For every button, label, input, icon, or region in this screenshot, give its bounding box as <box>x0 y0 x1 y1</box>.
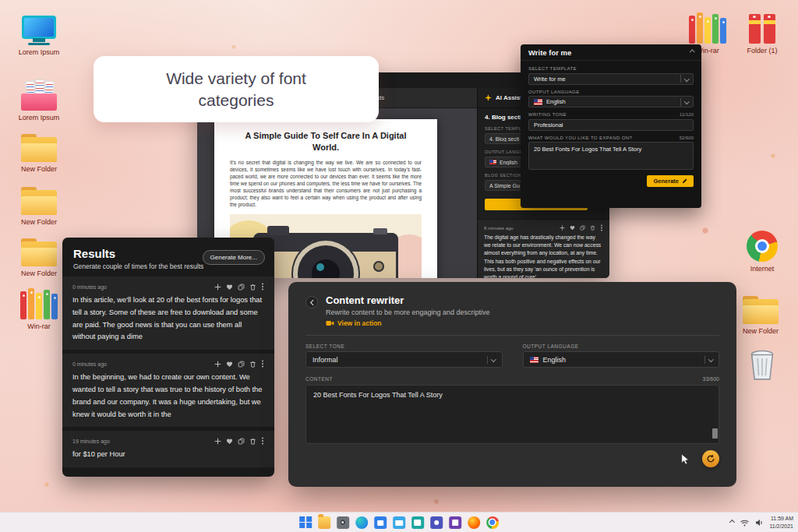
add-icon[interactable] <box>214 438 221 445</box>
wifi-icon[interactable] <box>740 519 750 527</box>
firefox-icon[interactable] <box>468 516 480 529</box>
red-folder-icon <box>745 12 779 44</box>
desktop-icon-label: Lorem Ipsum <box>19 114 60 122</box>
desktop-icon-folder-1[interactable]: Folder (1) <box>737 12 787 55</box>
generate-button[interactable]: Generate <box>647 175 694 187</box>
taskbar-clock[interactable]: 11:59 AM 11/2/2021 <box>769 515 793 529</box>
folder-icon <box>21 134 57 162</box>
language-select[interactable]: English <box>523 351 720 368</box>
rewrite-button[interactable] <box>702 450 719 467</box>
onenote-icon[interactable] <box>449 516 461 529</box>
copy-icon[interactable] <box>238 361 245 368</box>
camera-app-icon[interactable] <box>337 516 349 529</box>
view-in-action-link[interactable]: View in action <box>326 319 490 327</box>
result-timestamp: 0 minutes ago <box>72 284 107 290</box>
teams-icon[interactable] <box>430 516 443 529</box>
chrome-taskbar-icon[interactable] <box>486 516 499 529</box>
us-flag-icon <box>534 99 542 105</box>
write-for-me-panel: Write for me SELECT TEMPLATE Write for m… <box>521 44 701 208</box>
heart-icon[interactable] <box>570 225 575 231</box>
clock-time: 11:59 AM <box>769 515 793 522</box>
more-icon[interactable] <box>600 224 603 231</box>
copy-icon[interactable] <box>580 225 585 231</box>
calendar-icon[interactable] <box>411 516 424 529</box>
desktop: Lorem Ipsum Lorem Ipsum New Folder New F… <box>0 0 798 532</box>
callout-bubble: Wide variety of font categories <box>94 56 379 122</box>
template-select[interactable]: Write for me <box>528 73 694 85</box>
computer-icon <box>22 16 56 45</box>
desktop-icon-new-folder-2[interactable]: New Folder <box>14 187 64 226</box>
winrar-icon <box>20 288 58 319</box>
writing-tone-label: WRITING TONE <box>528 112 567 117</box>
trash-icon[interactable] <box>590 225 595 231</box>
desktop-icon-internet[interactable]: Internet <box>737 231 787 273</box>
trash-icon[interactable] <box>249 284 256 291</box>
edge-icon[interactable] <box>355 516 368 529</box>
file-explorer-icon[interactable] <box>318 516 330 529</box>
desktop-icon-new-folder-right[interactable]: New Folder <box>736 296 786 335</box>
content-rewriter-panel: Content rewriter Rewrite content to be m… <box>288 282 736 487</box>
folder-icon <box>21 187 57 215</box>
desktop-icon-winrar[interactable]: Win-rar <box>14 288 64 330</box>
result-text: The digital age has drastically changed … <box>484 234 603 278</box>
desktop-icon-documents[interactable]: Lorem Ipsum <box>14 81 64 122</box>
mail-icon[interactable] <box>393 516 405 529</box>
callout-text: Wide variety of font categories <box>94 68 379 111</box>
trash-icon[interactable] <box>249 438 256 445</box>
select-tone-label: SELECT TONE <box>305 344 503 349</box>
cursor-icon <box>680 453 690 465</box>
taskbar: 11:59 AM 11/2/2021 <box>0 512 798 532</box>
chevron-down-icon <box>708 357 713 361</box>
copy-icon[interactable] <box>238 438 245 445</box>
desktop-icon-label: Folder (1) <box>747 47 777 55</box>
heart-icon[interactable] <box>226 284 233 291</box>
chevron-down-icon <box>684 76 689 81</box>
desktop-icon-new-folder-3[interactable]: New Folder <box>14 238 64 277</box>
heart-icon[interactable] <box>226 361 233 368</box>
us-flag-icon <box>530 357 538 363</box>
result-card: 19 minutes ago for $10 per Hour <box>62 431 274 467</box>
store-icon[interactable] <box>374 516 387 529</box>
content-count: 33/600 <box>703 376 719 382</box>
pencil-icon <box>682 178 687 184</box>
result-card: 0 minutes ago In the beginning, we had t… <box>62 354 274 427</box>
add-icon[interactable] <box>560 225 565 231</box>
panel-title: Write for me <box>528 48 571 57</box>
writing-tone-input[interactable]: Profesional <box>528 119 694 131</box>
content-textarea[interactable]: 20 Best Fonts For Logos That Tell A Stor… <box>305 385 719 444</box>
result-timestamp: 19 minutes ago <box>72 439 110 444</box>
content-label: CONTENT <box>305 376 333 382</box>
generate-more-button[interactable]: Generate More... <box>203 250 265 265</box>
add-icon[interactable] <box>214 361 221 368</box>
sidebar-result-card: 8 minutes ago The digital age has drasti… <box>478 219 609 278</box>
desktop-icon-computer[interactable]: Lorem Ipsum <box>14 16 64 56</box>
chevron-down-icon <box>491 357 496 361</box>
more-icon[interactable] <box>261 437 264 445</box>
more-icon[interactable] <box>261 283 264 291</box>
desktop-icon-label: New Folder <box>743 327 779 335</box>
back-button[interactable] <box>305 296 318 308</box>
start-button[interactable] <box>299 516 312 529</box>
add-icon[interactable] <box>214 284 221 291</box>
copy-icon[interactable] <box>238 284 245 291</box>
result-text: for $10 per Hour <box>72 449 264 461</box>
chrome-icon <box>747 231 778 262</box>
expand-textarea[interactable]: 20 Best Fonts For Logos That Tell A Stor… <box>528 142 694 170</box>
chevron-down-icon <box>684 99 689 104</box>
trash-icon[interactable] <box>249 361 256 368</box>
language-select[interactable]: English <box>528 96 694 107</box>
results-panel: Results Generate couple of times for the… <box>62 238 274 477</box>
desktop-icon-recycle-bin[interactable] <box>737 347 787 382</box>
documents-folder-icon <box>21 81 57 111</box>
tray-chevron-icon[interactable] <box>729 520 735 525</box>
speaker-icon[interactable] <box>755 519 764 527</box>
tone-select[interactable]: Informal <box>305 351 503 368</box>
more-icon[interactable] <box>261 360 264 368</box>
scrollbar-thumb[interactable] <box>712 428 718 439</box>
document-title: A Simple Guide To Self Care In A Digital… <box>238 130 414 153</box>
write-for-me-header[interactable]: Write for me <box>521 44 701 61</box>
select-template-label: SELECT TEMPLATE <box>528 66 577 71</box>
heart-icon[interactable] <box>226 438 233 445</box>
desktop-icon-new-folder-1[interactable]: New Folder <box>14 134 64 173</box>
divider <box>305 335 719 336</box>
